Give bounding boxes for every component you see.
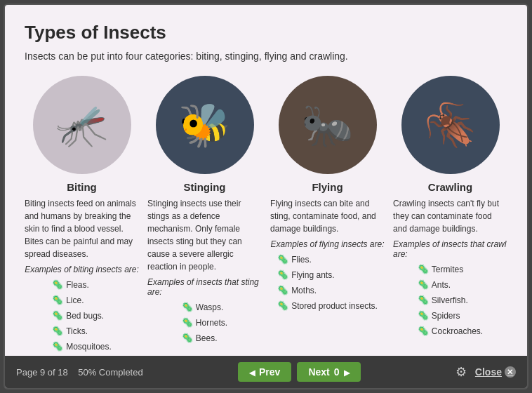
category-crawling: 🪳 Crawling Crawling insects can't fly bu… bbox=[393, 76, 507, 356]
progress-indicator: 50% Completed bbox=[78, 367, 143, 378]
flying-name: Flying bbox=[312, 181, 343, 193]
bug-icon: 🦠 bbox=[418, 308, 429, 324]
bug-icon: 🦠 bbox=[277, 252, 288, 267]
stinging-examples-list: 🦠Wasps. 🦠Hornets. 🦠Bees. bbox=[182, 300, 227, 346]
stinging-circle: 🐝 bbox=[156, 76, 254, 174]
close-button[interactable]: Close ✕ bbox=[475, 366, 516, 378]
flying-examples-list: 🦠Flies. 🦠Flying ants. 🦠Moths. 🦠Stored pr… bbox=[277, 252, 378, 314]
crawling-desc: Crawling insects can't fly but they can … bbox=[393, 197, 507, 235]
bug-icon: 🦠 bbox=[277, 298, 288, 314]
biting-insect-icon: 🦟 bbox=[55, 100, 108, 150]
crawling-name: Crawling bbox=[428, 181, 472, 193]
bug-icon: 🦠 bbox=[182, 300, 193, 315]
list-item: 🦠Flying ants. bbox=[277, 267, 378, 283]
crawling-examples-label: Examples of insects that crawl are: bbox=[393, 239, 507, 259]
close-label: Close bbox=[475, 366, 502, 378]
bug-icon: 🦠 bbox=[418, 277, 429, 293]
content-area: Types of Insects Insects can be put into… bbox=[5, 5, 527, 356]
stinging-name: Stinging bbox=[184, 181, 226, 193]
bug-icon: 🦠 bbox=[52, 293, 63, 308]
list-item: 🦠Fleas. bbox=[52, 277, 112, 293]
stinging-examples-label: Examples of insects that sting are: bbox=[147, 277, 262, 297]
category-biting: 🦟 Biting Biting insects feed on animals … bbox=[25, 76, 139, 356]
close-icon: ✕ bbox=[505, 366, 516, 378]
categories-row: 🦟 Biting Biting insects feed on animals … bbox=[25, 76, 507, 356]
bug-icon: 🦠 bbox=[52, 324, 63, 339]
crawling-examples-list: 🦠Termites 🦠Ants. 🦠Silverfish. 🦠Spiders 🦠… bbox=[418, 262, 483, 339]
list-item: 🦠Moths. bbox=[277, 283, 378, 298]
list-item: 🦠Spiders bbox=[418, 308, 483, 324]
biting-examples-label: Examples of biting insects are: bbox=[25, 265, 139, 274]
bug-icon: 🦠 bbox=[277, 283, 288, 298]
category-stinging: 🐝 Stinging Stinging insects use their st… bbox=[147, 76, 262, 356]
bug-icon: 🦠 bbox=[182, 331, 193, 346]
stinging-desc: Stinging insects use their stings as a d… bbox=[147, 197, 262, 273]
subtitle: Insects can be put into four categories:… bbox=[25, 51, 507, 62]
main-window: Types of Insects Insects can be put into… bbox=[4, 4, 528, 389]
list-item: 🦠Stored product insects. bbox=[277, 298, 378, 314]
biting-desc: Biting insects feed on animals and human… bbox=[25, 197, 139, 260]
list-item: 🦠Termites bbox=[418, 262, 483, 277]
next-arrow-icon bbox=[344, 366, 350, 378]
list-item: 🦠Ants. bbox=[418, 277, 483, 293]
crawling-insect-icon: 🪳 bbox=[424, 100, 477, 150]
footer-nav: Prev Next 0 bbox=[238, 362, 361, 382]
page-indicator: Page 9 of 18 bbox=[16, 367, 68, 378]
next-count: 0 bbox=[334, 366, 340, 378]
list-item: 🦠Cockroaches. bbox=[418, 324, 483, 339]
list-item: 🦠Bed bugs. bbox=[52, 308, 112, 324]
bug-icon: 🦠 bbox=[418, 324, 429, 339]
flying-desc: Flying insects can bite and sting, conta… bbox=[270, 197, 385, 235]
list-item: 🦠Silverfish. bbox=[418, 293, 483, 308]
list-item: 🦠Ticks. bbox=[52, 324, 112, 339]
share-icon: ⚙ bbox=[455, 365, 467, 379]
bug-icon: 🦠 bbox=[418, 262, 429, 277]
next-label: Next bbox=[308, 366, 329, 378]
bug-icon: 🦠 bbox=[277, 267, 288, 283]
flying-examples-label: Examples of flying insects are: bbox=[270, 239, 384, 249]
next-button[interactable]: Next 0 bbox=[297, 362, 360, 382]
list-item: 🦠Hornets. bbox=[182, 315, 227, 331]
biting-circle: 🦟 bbox=[33, 76, 131, 174]
list-item: 🦠Lice. bbox=[52, 293, 112, 308]
list-item: 🦠Mosquitoes. bbox=[52, 339, 112, 354]
footer-status: Page 9 of 18 50% Completed bbox=[16, 367, 143, 378]
prev-arrow-icon bbox=[249, 366, 255, 378]
footer: Page 9 of 18 50% Completed Prev Next 0 ⚙… bbox=[5, 356, 527, 388]
list-item: 🦠Flies. bbox=[277, 252, 378, 267]
bug-icon: 🦠 bbox=[52, 308, 63, 324]
stinging-insect-icon: 🐝 bbox=[178, 100, 231, 150]
biting-name: Biting bbox=[67, 181, 97, 193]
flying-insect-icon: 🐜 bbox=[301, 100, 354, 150]
bug-icon: 🦠 bbox=[182, 315, 193, 331]
flying-circle: 🐜 bbox=[279, 76, 377, 174]
bug-icon: 🦠 bbox=[418, 293, 429, 308]
category-flying: 🐜 Flying Flying insects can bite and sti… bbox=[270, 76, 385, 356]
biting-examples-list: 🦠Fleas. 🦠Lice. 🦠Bed bugs. 🦠Ticks. 🦠Mosqu… bbox=[52, 277, 112, 356]
share-button[interactable]: ⚙ bbox=[455, 364, 467, 380]
footer-right: ⚙ Close ✕ bbox=[455, 364, 516, 380]
page-title: Types of Insects bbox=[25, 22, 507, 44]
crawling-circle: 🪳 bbox=[401, 76, 500, 174]
list-item: 🦠Wasps. bbox=[182, 300, 227, 315]
prev-label: Prev bbox=[259, 366, 280, 378]
bug-icon: 🦠 bbox=[52, 339, 63, 354]
bug-icon: 🦠 bbox=[52, 277, 63, 293]
prev-button[interactable]: Prev bbox=[238, 362, 291, 382]
list-item: 🦠Bees. bbox=[182, 331, 227, 346]
